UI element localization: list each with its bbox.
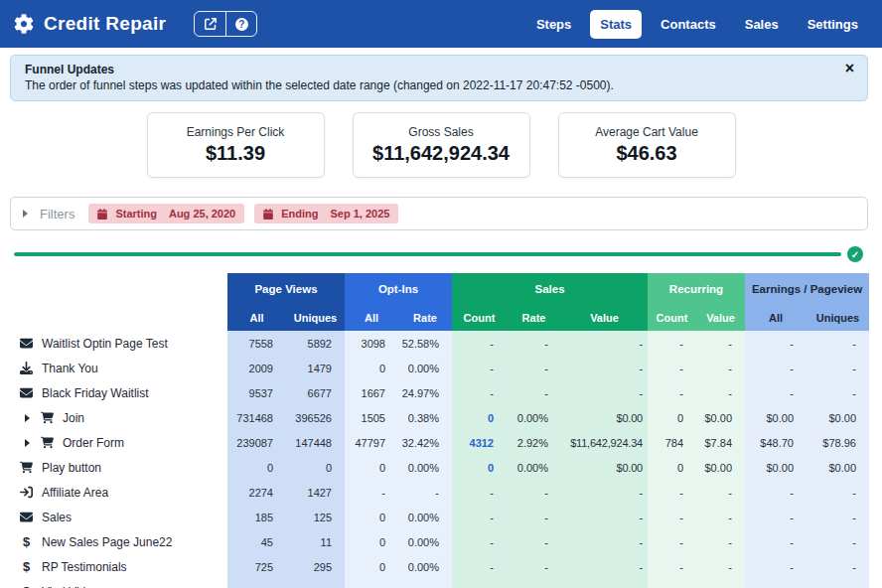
starting-date-badge[interactable]: StartingAug 25, 2020 — [88, 204, 244, 223]
cell: - — [452, 356, 507, 380]
open-funnel-button[interactable] — [195, 12, 225, 36]
funnel-step-name: $Viral Video — [0, 579, 227, 588]
stat-card-value: $11.39 — [206, 142, 265, 165]
filters-toggle[interactable]: Filters — [23, 207, 74, 221]
filters-label: Filters — [40, 207, 74, 221]
cell: $48.70 — [745, 430, 807, 455]
cell: - — [807, 554, 869, 579]
table-group-header: Page ViewsOpt-InsSalesRecurringEarnings … — [0, 273, 869, 305]
table-row: Sales18512500.00%------- — [0, 505, 869, 529]
cart-icon — [20, 461, 33, 474]
stat-card-label: Earnings Per Click — [187, 125, 285, 139]
funnel-updates-alert: Funnel Updates The order of funnel steps… — [10, 55, 868, 101]
cell: - — [696, 554, 745, 579]
table-row: $RP Testimonials72529500.00%------- — [0, 554, 869, 579]
cell: - — [807, 579, 869, 588]
funnel-step-name: Affiliate Area — [0, 480, 227, 505]
table-row: Order Form2390871474484779732.42%43122.9… — [0, 430, 869, 455]
funnel-step-name[interactable]: Join — [0, 405, 227, 430]
cell: 5892 — [286, 331, 345, 356]
tab-steps[interactable]: Steps — [526, 10, 581, 39]
sub-column-header: All — [745, 305, 807, 331]
cell: 0.00% — [398, 505, 452, 529]
column-group-opt-ins: Opt-Ins — [345, 273, 452, 305]
tab-settings[interactable]: Settings — [798, 10, 868, 39]
alert-message: The order of funnel steps was updated wi… — [25, 78, 831, 92]
cell: $0.00 — [696, 455, 745, 480]
close-icon[interactable]: × — [845, 61, 854, 76]
table-row: $Viral Video198871800.00%------- — [0, 579, 869, 588]
funnel-step-label: Viral Video — [42, 585, 99, 588]
cell: - — [807, 331, 869, 356]
funnel-step-label: Join — [63, 411, 84, 425]
cell: $0.00 — [745, 405, 807, 430]
funnel-step-name: $RP Testimonials — [0, 554, 227, 579]
tab-contacts[interactable]: Contacts — [651, 10, 726, 39]
funnel-step-name[interactable]: Order Form — [0, 430, 227, 455]
cell: - — [561, 529, 648, 554]
table-row: Thank You2009147900.00%------- — [0, 356, 869, 380]
cell: - — [648, 529, 696, 554]
cell: - — [345, 480, 398, 505]
dollar-icon: $ — [20, 584, 33, 588]
funnel-step-name: Black Friday Waitlist — [0, 380, 227, 405]
envelope-icon — [20, 386, 33, 399]
cell: - — [696, 579, 745, 588]
cell[interactable]: 0 — [452, 455, 507, 480]
dollar-icon: $ — [20, 559, 33, 574]
top-navbar: Credit Repair ? StepsStatsContactsSalesS… — [0, 0, 882, 48]
cell: - — [648, 356, 696, 380]
table-corner — [0, 273, 227, 305]
cell: - — [561, 380, 648, 405]
cell: 7558 — [227, 331, 286, 356]
cell: - — [452, 505, 507, 529]
cell: - — [696, 331, 745, 356]
cell: - — [745, 331, 807, 356]
cell: - — [696, 529, 745, 554]
cell: - — [745, 554, 807, 579]
cell: - — [696, 505, 745, 529]
sub-column-header: Count — [648, 305, 696, 331]
sub-column-header: Uniques — [286, 305, 345, 331]
cell: 0 — [345, 505, 398, 529]
cell: - — [507, 529, 561, 554]
cell: 718 — [286, 579, 345, 588]
sub-column-header: Count — [452, 305, 507, 331]
ending-date-badge[interactable]: EndingSep 1, 2025 — [254, 204, 398, 223]
cell: $0.00 — [807, 405, 869, 430]
cell: $78.96 — [807, 430, 869, 455]
calendar-icon — [97, 209, 107, 220]
cell[interactable]: 4312 — [452, 430, 507, 455]
cell: - — [452, 579, 507, 588]
stat-card-value: $11,642,924.34 — [372, 142, 510, 165]
cell: 784 — [648, 430, 696, 455]
cell: 1479 — [286, 356, 345, 380]
tab-stats[interactable]: Stats — [590, 10, 642, 39]
funnel-step-label: RP Testimonials — [42, 560, 127, 574]
cell: 0.00% — [507, 405, 561, 430]
help-button[interactable]: ? — [225, 12, 256, 36]
cell[interactable]: 0 — [452, 405, 507, 430]
tab-sales[interactable]: Sales — [735, 10, 789, 39]
sign-in-icon — [20, 486, 33, 499]
cell: - — [648, 505, 696, 529]
cell: - — [452, 554, 507, 579]
cell: - — [507, 554, 561, 579]
cell: 0.00% — [507, 455, 561, 480]
cell: - — [807, 505, 869, 529]
cell: 45 — [227, 529, 286, 554]
cell: - — [648, 554, 696, 579]
cell: 0 — [648, 405, 696, 430]
cell: 147448 — [286, 430, 345, 455]
sub-column-header: All — [227, 305, 286, 331]
funnel-step-label: Order Form — [63, 436, 124, 450]
cell: - — [745, 579, 807, 588]
stat-card-gross-sales: Gross Sales$11,642,924.34 — [353, 112, 530, 178]
stat-card-earnings-per-click: Earnings Per Click$11.39 — [147, 112, 325, 178]
cell: 1427 — [286, 480, 345, 505]
sub-column-header: Uniques — [807, 305, 869, 331]
cell: $0.00 — [807, 455, 869, 480]
cell: 0 — [345, 356, 398, 380]
cell: $11,642,924.34 — [561, 430, 648, 455]
column-group-page-views: Page Views — [227, 273, 345, 305]
